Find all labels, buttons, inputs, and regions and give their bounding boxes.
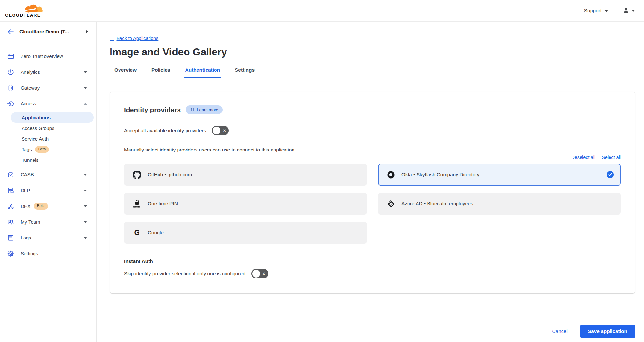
dlp-icon [7, 187, 14, 194]
identity-providers-card: Identity providers Learn more Accept all… [110, 92, 635, 294]
tab-settings[interactable]: Settings [235, 67, 255, 78]
sidebar-item-service-auth[interactable]: Service Auth [11, 133, 94, 144]
sidebar: Cloudflare Demo (T... Zero Trust overvie… [0, 22, 97, 342]
provider-tile-azure-ad[interactable]: Azure AD • Bluecalm employees [378, 193, 621, 215]
instant-auth-heading: Instant Auth [124, 259, 621, 264]
casb-icon [7, 171, 14, 178]
sidebar-item-access-groups[interactable]: Access Groups [11, 123, 94, 133]
beta-badge: Beta [34, 203, 48, 210]
tab-overview[interactable]: Overview [114, 67, 137, 78]
back-to-applications-link[interactable]: ← Back to Applications [110, 36, 158, 41]
account-switcher[interactable]: Cloudflare Demo (T... [0, 22, 96, 42]
user-menu[interactable] [622, 7, 635, 14]
sidebar-item-applications[interactable]: Applications [11, 112, 94, 123]
cancel-button[interactable]: Cancel [552, 328, 567, 334]
chevron-right-icon[interactable] [86, 30, 88, 33]
chevron-down-icon [84, 71, 87, 73]
provider-tile-one-time-pin[interactable]: One-time PIN [124, 193, 367, 215]
toggle-off-icon: ✕ [262, 271, 266, 276]
github-icon [132, 171, 141, 179]
providers-grid: GitHub • github.com Okta • Skyflash Comp… [124, 164, 621, 244]
access-submenu: Applications Access Groups Service Auth … [0, 112, 96, 167]
accept-all-label: Accept all available identity providers [124, 128, 206, 133]
my-team-icon [7, 219, 14, 226]
sidebar-item-casb[interactable]: CASB [0, 167, 96, 182]
provider-tile-github[interactable]: GitHub • github.com [124, 164, 367, 186]
main-content: ← Back to Applications Image and Video G… [97, 22, 644, 342]
one-time-pin-icon [132, 199, 141, 209]
sidebar-item-analytics[interactable]: Analytics [0, 64, 96, 80]
account-name: Cloudflare Demo (T... [19, 29, 69, 34]
support-label: Support [584, 8, 601, 14]
tab-authentication[interactable]: Authentication [185, 67, 220, 78]
book-icon [189, 107, 194, 112]
provider-tile-google[interactable]: G Google [124, 222, 367, 244]
instant-auth-toggle[interactable]: ✕ [251, 269, 268, 278]
logs-icon [7, 234, 14, 241]
chevron-down-icon [84, 237, 87, 239]
sidebar-item-tags[interactable]: Tags Beta [11, 144, 94, 155]
settings-icon [7, 250, 14, 257]
chevron-down-icon [632, 10, 635, 12]
sidebar-item-zero-trust-overview[interactable]: Zero Trust overview [0, 48, 96, 64]
back-arrow-icon[interactable] [7, 29, 14, 35]
chevron-down-icon [84, 174, 87, 176]
analytics-icon [7, 69, 14, 76]
sidebar-item-settings[interactable]: Settings [0, 246, 96, 261]
sidebar-item-dlp[interactable]: DLP [0, 182, 96, 198]
provider-name: One-time PIN [148, 201, 178, 207]
okta-icon [386, 171, 395, 179]
dex-icon [7, 203, 14, 210]
tab-policies[interactable]: Policies [151, 67, 170, 78]
tab-bar: Overview Policies Authentication Setting… [110, 67, 635, 78]
toggle-knob [252, 270, 260, 278]
zero-trust-overview-icon [7, 53, 14, 60]
page-title: Image and Video Gallery [110, 46, 635, 58]
chevron-down-icon [84, 221, 87, 223]
cloudflare-cloud-icon [22, 4, 46, 14]
sidebar-item-my-team[interactable]: My Team [0, 214, 96, 230]
toggle-knob [213, 127, 220, 134]
instant-auth-label: Skip identity provider selection if only… [124, 271, 245, 277]
chevron-down-icon [604, 10, 608, 12]
chevron-down-icon [84, 205, 87, 207]
learn-more-badge[interactable]: Learn more [186, 105, 222, 114]
user-icon [622, 7, 630, 14]
sidebar-item-gateway[interactable]: Gateway [0, 80, 96, 96]
brand-wordmark: CLOUDFLARE [5, 13, 46, 18]
card-heading: Identity providers [124, 106, 181, 114]
azure-ad-icon [386, 200, 395, 208]
footer-actions: Cancel Save application [110, 318, 635, 338]
provider-name: Azure AD • Bluecalm employees [401, 201, 473, 207]
save-application-button[interactable]: Save application [580, 325, 635, 338]
chevron-down-icon [84, 87, 87, 89]
accept-all-toggle[interactable]: ✕ [212, 126, 229, 135]
gateway-icon [7, 84, 14, 92]
deselect-all-link[interactable]: Deselect all [571, 155, 595, 160]
access-icon [7, 100, 14, 107]
provider-name: Okta • Skyflash Company Directory [401, 172, 479, 178]
google-icon: G [132, 229, 141, 237]
provider-tile-okta[interactable]: Okta • Skyflash Company Directory [378, 164, 621, 186]
sidebar-item-dex[interactable]: DEX Beta [0, 198, 96, 214]
topbar: CLOUDFLARE Support [0, 0, 644, 22]
chevron-up-icon [84, 103, 87, 105]
sidebar-item-access[interactable]: Access [0, 96, 96, 112]
sidebar-item-logs[interactable]: Logs [0, 230, 96, 246]
manual-select-text: Manually select identity providers users… [124, 147, 621, 153]
provider-name: GitHub • github.com [148, 172, 192, 178]
selected-check-icon [607, 171, 614, 178]
sidebar-item-tunnels[interactable]: Tunnels [11, 155, 94, 165]
select-all-link[interactable]: Select all [602, 155, 621, 160]
back-arrow-glyph: ← [110, 36, 114, 41]
beta-badge: Beta [35, 146, 49, 153]
support-menu[interactable]: Support [584, 8, 608, 14]
chevron-down-icon [84, 190, 87, 191]
cloudflare-logo[interactable]: CLOUDFLARE [5, 4, 46, 18]
provider-name: Google [148, 230, 164, 236]
sidebar-nav: Zero Trust overview Analytics Gateway [0, 42, 96, 261]
toggle-off-icon: ✕ [223, 128, 226, 133]
